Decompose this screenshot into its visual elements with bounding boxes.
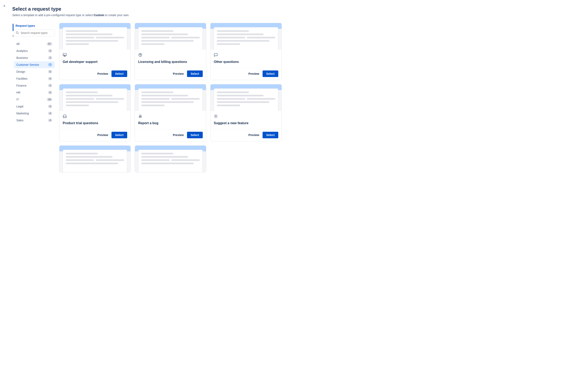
select-button[interactable]: Select — [111, 132, 127, 138]
search-input[interactable] — [14, 29, 55, 36]
category-label: Legal — [16, 105, 23, 108]
category-item-it[interactable]: IT16 — [14, 96, 55, 103]
card-type-icon — [138, 53, 203, 58]
card-body: Get developer support — [59, 50, 130, 68]
category-item-legal[interactable]: Legal3 — [14, 103, 55, 110]
preview-button[interactable]: Preview — [248, 71, 260, 77]
category-item-finance[interactable]: Finance3 — [14, 82, 55, 89]
preview-content — [214, 27, 278, 50]
preview-block — [217, 98, 245, 100]
category-count: 3 — [48, 56, 52, 60]
category-label: Facilities — [16, 77, 27, 80]
card-dev-support: Get developer support Preview Select — [59, 23, 131, 80]
category-label: Analytics — [16, 49, 28, 52]
card-title: Product trial questions — [63, 121, 127, 125]
category-count: 16 — [47, 98, 52, 101]
card-actions: Preview Select — [135, 129, 206, 141]
select-button[interactable]: Select — [263, 132, 278, 138]
preview-content — [63, 88, 127, 111]
preview-line — [217, 91, 249, 93]
category-list: All57Analytics3Business3Customer Service… — [14, 41, 55, 124]
preview-line — [66, 156, 112, 158]
category-item-design[interactable]: Design5 — [14, 68, 55, 75]
preview-line — [217, 30, 249, 32]
preview-line — [217, 95, 264, 96]
preview-block — [66, 98, 94, 100]
category-label: Finance — [16, 84, 26, 87]
card-preview-area — [59, 84, 130, 111]
preview-block — [171, 98, 200, 100]
search-icon — [16, 31, 19, 35]
inactive-indicator — [12, 35, 14, 37]
select-button[interactable]: Select — [263, 70, 278, 77]
preview-block — [247, 98, 275, 100]
category-count: 3 — [48, 49, 52, 52]
preview-line — [217, 40, 269, 42]
card-billing: Licensing and billing questions Preview … — [135, 23, 206, 80]
preview-button[interactable]: Preview — [97, 71, 109, 77]
card-preview-area — [59, 146, 130, 172]
preview-line — [66, 95, 112, 96]
preview-block — [141, 37, 170, 38]
svg-line-1 — [18, 33, 19, 34]
category-item-hr[interactable]: HR5 — [14, 89, 55, 96]
category-count: 4 — [48, 119, 52, 122]
preview-line — [141, 40, 194, 42]
preview-block — [171, 37, 200, 38]
preview-content — [214, 88, 278, 111]
preview-block — [66, 37, 94, 38]
preview-line — [217, 105, 240, 106]
card-preview-area — [59, 23, 130, 50]
category-item-sales[interactable]: Sales4 — [14, 117, 55, 124]
preview-button[interactable]: Preview — [97, 132, 109, 138]
preview-line — [217, 34, 264, 35]
preview-block — [96, 159, 124, 161]
preview-block — [141, 98, 170, 100]
category-item-customer-service[interactable]: Customer Service7 — [14, 61, 55, 68]
preview-line — [141, 30, 173, 32]
category-count: 3 — [48, 105, 52, 108]
preview-button[interactable]: Preview — [248, 132, 260, 138]
category-count: 57 — [47, 42, 52, 45]
main-container: Select a request type Select a template … — [0, 0, 294, 178]
card-report-bug: Report a bug Preview Select — [135, 84, 206, 141]
card-type-icon — [138, 114, 203, 119]
category-item-all[interactable]: All57 — [14, 41, 55, 47]
card-type-icon — [63, 53, 127, 58]
preview-button[interactable]: Preview — [172, 132, 185, 138]
card-body: Licensing and billing questions — [135, 50, 206, 68]
card-actions: Preview Select — [59, 129, 130, 141]
select-button[interactable]: Select — [111, 70, 127, 77]
card-body: Report a bug — [135, 111, 206, 129]
search-container — [14, 29, 55, 36]
category-label: HR — [16, 91, 21, 94]
card-preview-area — [135, 23, 206, 50]
card-body: Product trial questions — [59, 111, 130, 129]
card-suggest-feature: Suggest a new feature Preview Select — [210, 84, 282, 141]
sidebar-active-section[interactable]: Request types — [14, 23, 55, 29]
card-title: Other questions — [214, 60, 278, 64]
category-count: 5 — [48, 70, 52, 73]
preview-button[interactable]: Preview — [172, 71, 185, 77]
preview-block — [171, 159, 200, 161]
category-label: Business — [16, 56, 28, 60]
select-button[interactable]: Select — [187, 70, 203, 77]
category-item-business[interactable]: Business3 — [14, 54, 55, 61]
preview-content — [138, 150, 203, 172]
preview-line — [66, 101, 118, 103]
category-item-facilities[interactable]: Facilities4 — [14, 75, 55, 82]
card-title: Licensing and billing questions — [138, 60, 203, 64]
category-label: IT — [16, 98, 19, 101]
card-preview-area — [135, 84, 206, 111]
preview-line — [66, 34, 112, 35]
preview-content — [138, 88, 203, 111]
preview-content — [138, 27, 203, 50]
select-button[interactable]: Select — [187, 132, 203, 138]
category-item-analytics[interactable]: Analytics3 — [14, 47, 55, 54]
category-item-marketing[interactable]: Marketing4 — [14, 110, 55, 117]
category-count: 4 — [48, 77, 52, 80]
preview-line — [141, 105, 165, 106]
close-button[interactable]: × — [3, 4, 5, 8]
card-actions: Preview Select — [210, 129, 282, 141]
card-actions: Preview Select — [210, 68, 282, 80]
